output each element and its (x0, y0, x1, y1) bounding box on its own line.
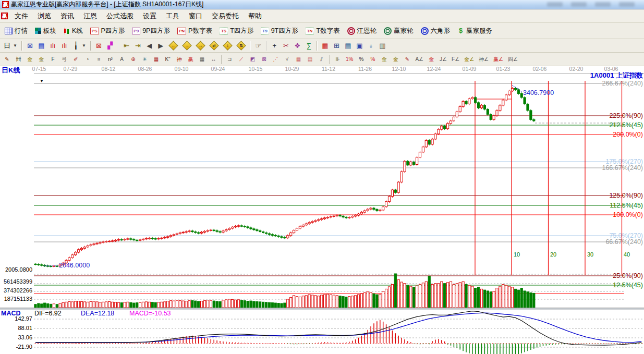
candle-style-button[interactable]: ╽▼ (70, 41, 88, 51)
t9-square-button[interactable]: T99T四方形 (258, 25, 301, 37)
crosshair-button[interactable]: + (269, 41, 280, 51)
check-lines-button[interactable]: √ (282, 55, 293, 64)
menu-item-0[interactable]: 文件 (10, 10, 33, 22)
angle-f-button[interactable]: F∠ (449, 55, 461, 64)
angle-a-button[interactable]: A (116, 55, 127, 64)
gold-lines-icon: 金 (392, 56, 399, 63)
stretch-v-button[interactable]: ↕ (221, 40, 234, 51)
calculator-button[interactable]: ⊞ (331, 41, 342, 51)
period-day-button[interactable]: 日▼ (2, 41, 19, 51)
info-doc-button[interactable]: ▤ (36, 41, 47, 51)
tools-purple-button[interactable]: ❖ (292, 41, 303, 51)
bars-3-button[interactable]: ılı (47, 41, 58, 51)
slash-lines-button[interactable]: ⫽ (316, 55, 327, 64)
compress-h-button[interactable]: ⇄ (208, 40, 221, 51)
menu-item-9[interactable]: 帮助 (244, 10, 266, 22)
gold-circle-button[interactable]: 金 (379, 55, 390, 64)
gold-square-2-button[interactable]: 金 (36, 55, 47, 64)
width-tool-button[interactable]: ↔ (208, 55, 219, 64)
candle-pen-button[interactable]: ✎ (402, 55, 412, 64)
winner-wheel-button[interactable]: 赢家轮 (381, 25, 417, 37)
menu-item-6[interactable]: 工具 (161, 10, 184, 22)
f-ruler-button[interactable]: F (47, 55, 58, 64)
save-button[interactable]: ▣ (354, 41, 365, 51)
percent-lines-icon: % (369, 56, 376, 63)
rays-button[interactable]: ⋰ (270, 55, 281, 64)
shift-left-button[interactable]: ← (167, 40, 180, 51)
t-number-table-button[interactable]: TNT数字表 (302, 25, 343, 37)
angle-ying-button[interactable]: 赢∠ (491, 55, 505, 64)
angle-gold-button[interactable]: 金∠ (462, 55, 476, 64)
shift-right-button[interactable]: → (180, 40, 193, 51)
stretch-h-button[interactable]: ↔ (194, 40, 207, 51)
gann-grid-button[interactable]: 卌 (13, 55, 24, 64)
sectors-button[interactable]: 板块 (32, 25, 59, 37)
erase-tool-button[interactable]: ✂ (281, 41, 291, 51)
gold-red-lines-button[interactable]: 金 (426, 55, 437, 64)
nav-last-button[interactable]: ⇥ (132, 41, 143, 51)
grid-123-button[interactable]: ▦ (197, 55, 208, 64)
p9-square-button[interactable]: P99P四方形 (129, 25, 173, 37)
print-button[interactable]: ▥ (377, 41, 388, 51)
time-circle-button[interactable]: ◔ (82, 55, 93, 64)
nav-next-button[interactable]: ▶ (155, 41, 166, 51)
quotes-button[interactable]: 行情 (2, 25, 31, 37)
tri-grid-button[interactable]: ◩ (247, 55, 258, 64)
gold-square-1-button[interactable]: 金 (25, 55, 35, 64)
hexagon-button[interactable]: 六角形 (418, 25, 454, 37)
compass-pen-button[interactable]: ✎ (2, 55, 13, 64)
box-tool-button[interactable]: ⊐ (224, 55, 235, 64)
menu-item-3[interactable]: 江恩 (79, 10, 102, 22)
star-grid-button[interactable]: ✳ (139, 55, 150, 64)
t-square-button[interactable]: TST四方形 (216, 25, 257, 37)
nav-prev-button[interactable]: ◀ (144, 41, 155, 51)
grid-red-2-button[interactable]: ▤ (305, 55, 315, 64)
pattern-red-button[interactable]: ⊠ (93, 41, 104, 51)
kline-button[interactable]: K线 (60, 25, 86, 37)
p-number-table-button[interactable]: PNP数字表 (174, 25, 215, 37)
menu-item-2[interactable]: 资讯 (56, 10, 79, 22)
compress-v-button[interactable]: ⇅ (235, 40, 248, 51)
grid-tool-button[interactable]: ⌗ (93, 55, 104, 64)
period-day-dropdown-icon: ▼ (13, 43, 17, 48)
report-button[interactable]: ▤ (343, 41, 354, 51)
svg-text:-21.90: -21.90 (16, 344, 32, 350)
ying-grid-button[interactable]: 赢 (185, 55, 196, 64)
gauge-button[interactable]: ⊪ (332, 55, 343, 64)
menu-item-7[interactable]: 窗口 (184, 10, 207, 22)
angle-shen-button[interactable]: 神∠ (477, 55, 491, 64)
a-angle-lines-button[interactable]: A∠ (413, 55, 426, 64)
p-square-button[interactable]: PSP四方形 (87, 25, 128, 37)
hand-tool-button[interactable]: ☞ (253, 41, 264, 51)
bow-tool-button[interactable]: 弓 (59, 55, 70, 64)
circle-cross-button[interactable]: ⊕ (128, 55, 139, 64)
nav-first-button[interactable]: ⇤ (121, 41, 132, 51)
winner-service-button[interactable]: $赢家服务 (454, 25, 495, 37)
gold-lines-button[interactable]: 金 (390, 55, 401, 64)
menu-item-8[interactable]: 交易委托 (207, 10, 244, 22)
zoom-pattern-button[interactable]: ⊠ (25, 41, 35, 51)
network-button[interactable]: ♁ (366, 41, 376, 51)
brush-red-button[interactable]: ✐ (70, 55, 81, 64)
menu-item-4[interactable]: 公式选股 (102, 10, 138, 22)
wave-k-button[interactable]: K" (162, 55, 173, 64)
svg-text:08-12: 08-12 (102, 66, 116, 72)
percent-lines-button[interactable]: % (367, 55, 378, 64)
color-bars-button[interactable]: ▞ (105, 41, 116, 51)
one-percent-button[interactable]: 1% (344, 55, 355, 64)
angle-si-button[interactable]: 四∠ (506, 55, 520, 64)
center-grid-button[interactable]: ▦ (151, 55, 162, 64)
n-square-button[interactable]: n² (105, 55, 116, 64)
fan-red-button[interactable]: ⟋ (236, 55, 247, 64)
bars-9-button[interactable]: ılı (59, 41, 70, 51)
x-grid-button[interactable]: ⊠ (259, 55, 270, 64)
gann-wheel-button[interactable]: 江恩轮 (344, 25, 380, 37)
grid-red-1-button[interactable]: ▦ (293, 55, 304, 64)
menu-item-1[interactable]: 浏览 (33, 10, 56, 22)
formula-button[interactable]: ∑ (303, 41, 314, 51)
menu-item-5[interactable]: 设置 (138, 10, 161, 22)
angle-j-button[interactable]: J∠ (438, 55, 449, 64)
calendar-button[interactable]: ▦ (320, 41, 331, 51)
shen-grid-button[interactable]: 神 (174, 55, 185, 64)
percent-button[interactable]: % (356, 55, 367, 64)
